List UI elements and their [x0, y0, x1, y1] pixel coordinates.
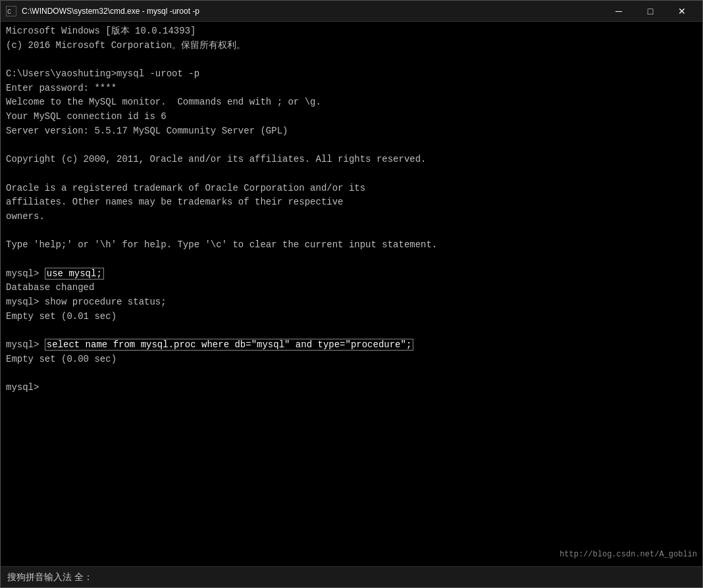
- window-title: C:\WINDOWS\system32\cmd.exe - mysql -uro…: [22, 7, 604, 16]
- line-13: affiliates. Other names may be trademark…: [6, 195, 697, 210]
- cmd-icon: C: [6, 6, 16, 16]
- cmd4-prompt: mysql>: [6, 382, 45, 393]
- line-12: Oracle is a registered trademark of Orac…: [6, 182, 697, 196]
- cmd1-prompt: mysql>: [6, 268, 45, 279]
- line-9: [6, 139, 697, 153]
- window-controls: ─ □ ✕: [604, 1, 697, 22]
- cmd3-result: Empty set (0.00 sec): [6, 353, 697, 367]
- cmd3-prompt: mysql>: [6, 339, 45, 350]
- line-14: owners.: [6, 210, 697, 224]
- cmd1-text: use mysql;: [45, 268, 104, 280]
- cmd1-result: Database changed: [6, 281, 697, 295]
- blank1: [6, 324, 697, 338]
- ime-text: 搜狗拼音输入法 全：: [7, 572, 93, 583]
- line-16: Type 'help;' or '\h' for help. Type '\c'…: [6, 238, 697, 253]
- svg-text:C: C: [7, 9, 11, 16]
- titlebar: C C:\WINDOWS\system32\cmd.exe - mysql -u…: [1, 1, 702, 22]
- line-4: C:\Users\yaoshuting>mysql -uroot -p: [6, 67, 697, 82]
- line-6: Welcome to the MySQL monitor. Commands e…: [6, 95, 697, 110]
- cmd-window: C C:\WINDOWS\system32\cmd.exe - mysql -u…: [0, 0, 703, 588]
- line-3: [6, 53, 697, 67]
- line-2: (c) 2016 Microsoft Corporation。保留所有权利。: [6, 39, 697, 53]
- line-10: Copyright (c) 2000, 2011, Oracle and/or …: [6, 153, 697, 167]
- cmd4-line: mysql>: [6, 381, 697, 395]
- line-7: Your MySQL connection id is 6: [6, 110, 697, 124]
- cmd2-line: mysql> show procedure status;: [6, 295, 697, 310]
- maximize-button[interactable]: □: [635, 1, 665, 22]
- watermark-text: http://blog.csdn.net/A_goblin: [560, 549, 697, 561]
- line-11: [6, 167, 697, 182]
- line-1: Microsoft Windows [版本 10.0.14393]: [6, 24, 697, 39]
- close-button[interactable]: ✕: [667, 1, 697, 22]
- cmd3-text: select name from mysql.proc where db="my…: [45, 339, 414, 351]
- cmd3-line: mysql> select name from mysql.proc where…: [6, 338, 697, 353]
- blank2: [6, 367, 697, 381]
- ime-bar: 搜狗拼音输入法 全：: [1, 566, 702, 587]
- line-5: Enter password: ****: [6, 82, 697, 96]
- line-8: Server version: 5.5.17 MySQL Community S…: [6, 124, 697, 139]
- line-17: [6, 253, 697, 267]
- cmd2-result: Empty set (0.01 sec): [6, 310, 697, 324]
- minimize-button[interactable]: ─: [604, 1, 634, 22]
- line-15: [6, 224, 697, 239]
- cmd1-line: mysql> use mysql;: [6, 267, 697, 282]
- terminal-output[interactable]: Microsoft Windows [版本 10.0.14393] (c) 20…: [1, 22, 702, 566]
